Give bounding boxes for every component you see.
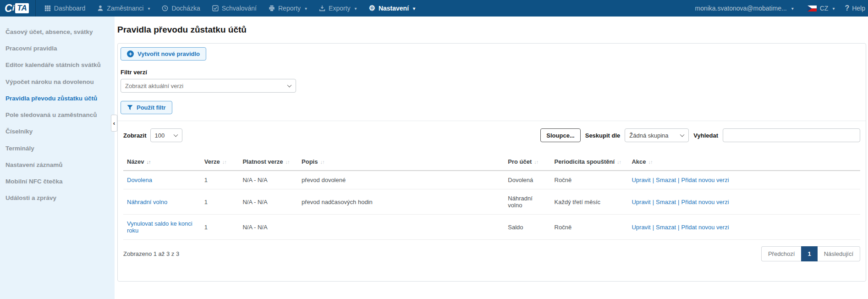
group-by-select-wrap: Žádná skupina (625, 128, 689, 142)
nav-label: Nastavení (379, 5, 409, 12)
clock-icon (162, 5, 168, 11)
user-menu[interactable]: monika.svatonova@mobatime... ▾ (688, 5, 800, 12)
sidebar-item-casovy-ucet[interactable]: Časový účet, absence, svátky (0, 24, 115, 40)
action-separator: | (653, 224, 654, 231)
columns-button[interactable]: Sloupce... (540, 128, 580, 142)
cell-periodicita: Ročně (551, 171, 628, 189)
sidebar-item-pravidla-prevodu[interactable]: Pravidla převodu zůstatku účtů (0, 90, 115, 107)
sidebar-collapse-handle[interactable]: ‹ (111, 115, 117, 132)
pagination-next-button[interactable]: Následující (818, 246, 860, 261)
plus-circle-icon: + (127, 50, 134, 57)
column-header-verze[interactable]: Verze↓↑ (201, 154, 239, 171)
column-header-akce[interactable]: Akce↓↑ (628, 154, 860, 171)
nav-item-dochazka[interactable]: Docházka (156, 0, 206, 17)
create-rule-button[interactable]: + Vytvořit nové pravidlo (121, 47, 206, 61)
sort-icon: ↓↑ (147, 159, 151, 165)
action-separator: | (678, 177, 679, 183)
column-header-platnost-verze[interactable]: Platnost verze↓↑ (239, 154, 298, 171)
sort-icon: ↓↑ (222, 159, 226, 165)
sidebar-item-udalosti-zpravy[interactable]: Události a zprávy (0, 190, 115, 206)
column-header-popis[interactable]: Popis↓↑ (298, 154, 504, 171)
delete-link[interactable]: Smazat (656, 199, 676, 205)
column-header-pro-ucet[interactable]: Pro účet↓↑ (504, 154, 550, 171)
nav-label: Dashboard (54, 5, 86, 12)
cell-periodicita: Každý třetí měsíc (551, 189, 628, 215)
sidebar-item-pracovni-pravidla[interactable]: Pracovní pravidla (0, 40, 115, 57)
rule-name-link[interactable]: Dovolena (127, 177, 152, 183)
logo-letter-i: i (12, 4, 15, 13)
caret-down-icon: ▾ (832, 6, 835, 11)
group-by-select[interactable]: Žádná skupina (625, 128, 689, 142)
page-size-select[interactable]: 100 (150, 128, 182, 142)
cell-platnost: N/A - N/A (239, 171, 298, 189)
top-navbar: C i TA Dashboard Zaměstnanci ▾ Docházka (0, 0, 868, 17)
nav-item-exporty[interactable]: Exporty ▾ (313, 0, 363, 17)
sidebar-item-vypocet-naroku[interactable]: Výpočet nároku na dovolenou (0, 74, 115, 90)
help-menu[interactable]: ? Help (842, 4, 868, 12)
sidebar-item-ciselniky[interactable]: Číselníky (0, 123, 115, 140)
nav-item-nastaveni[interactable]: ⚙ Nastavení ▾ (363, 0, 422, 17)
rule-name-link[interactable]: Vynulovat saldo ke konci roku (127, 220, 192, 234)
page-size-select-wrap: 100 (150, 128, 182, 142)
sidebar-item-nastaveni-zaznamu[interactable]: Nastavení záznamů (0, 157, 115, 173)
gear-icon: ⚙ (369, 5, 375, 12)
search-input[interactable] (723, 128, 860, 142)
language-code: CZ (820, 5, 829, 12)
main-content: ‹ Pravidla převodu zůstatku účtů + Vytvo… (115, 17, 868, 299)
edit-link[interactable]: Upravit (632, 199, 650, 205)
apply-filter-button[interactable]: Použít filtr (121, 101, 172, 114)
rule-name-link[interactable]: Náhradní volno (127, 199, 167, 205)
delete-link[interactable]: Smazat (656, 177, 676, 183)
nav-item-schvalovani[interactable]: Schvalování (206, 0, 263, 17)
caret-down-icon: ▾ (305, 6, 307, 11)
settings-sidebar: Časový účet, absence, svátky Pracovní pr… (0, 17, 115, 299)
user-icon (97, 5, 104, 11)
action-separator: | (653, 199, 654, 205)
cell-popis: převod dovolené (298, 171, 504, 189)
add-version-link[interactable]: Přidat novou verzi (681, 199, 729, 205)
group-by-label: Seskupit dle (585, 132, 621, 139)
nav-label: Reporty (278, 5, 301, 12)
delete-link[interactable]: Smazat (656, 224, 676, 231)
question-icon: ? (845, 4, 849, 12)
sort-icon: ↓↑ (534, 159, 538, 165)
pagination-prev-button[interactable]: Předchozí (761, 246, 802, 261)
sidebar-item-terminaly[interactable]: Terminály (0, 140, 115, 157)
column-header-nazev[interactable]: Název↓↑ (123, 154, 201, 171)
nav-item-reporty[interactable]: Reporty ▾ (263, 0, 313, 17)
add-version-link[interactable]: Přidat novou verzi (681, 177, 729, 183)
sidebar-item-mobilni-nfc[interactable]: Mobilní NFC čtečka (0, 173, 115, 190)
language-menu[interactable]: CZ ▾ (802, 5, 841, 12)
column-header-periodicita[interactable]: Periodicita spouštění↓↑ (551, 154, 628, 171)
nav-label: Schvalování (222, 5, 257, 12)
cell-popis (298, 215, 504, 240)
table-row: Náhradní volno 1 N/A - N/A převod nadčas… (123, 189, 860, 215)
grid-icon (44, 5, 51, 11)
nav-item-zamestnanci[interactable]: Zaměstnanci ▾ (91, 0, 156, 17)
cell-verze: 1 (201, 171, 239, 189)
cell-akce: Upravit|Smazat|Přidat novou verzi (628, 215, 860, 240)
version-filter-select[interactable]: Zobrazit aktuální verzi (121, 79, 296, 93)
page-title: Pravidla převodu zůstatku účtů (117, 25, 866, 35)
check-square-icon (212, 5, 219, 11)
table-footer: Zobrazeno 1 až 3 z 3 Předchozí 1 Následu… (123, 242, 860, 267)
search-label: Vyhledat (693, 132, 718, 139)
help-label: Help (852, 5, 865, 12)
pagination-page-1-button[interactable]: 1 (801, 246, 817, 261)
action-separator: | (653, 177, 654, 183)
sidebar-item-editor-kalendare[interactable]: Editor kalendáře státních svátků (0, 57, 115, 73)
version-filter-select-wrap: Zobrazit aktuální verzi (121, 79, 296, 93)
sidebar-item-pole-sledovana[interactable]: Pole sledovaná u zaměstnanců (0, 107, 115, 123)
action-separator: | (678, 199, 679, 205)
cell-verze: 1 (201, 215, 239, 240)
rules-table: Název↓↑ Verze↓↑ Platnost verze↓↑ Popis↓↑… (123, 154, 860, 240)
edit-link[interactable]: Upravit (632, 224, 650, 231)
nav-label: Docházka (171, 5, 200, 12)
caret-down-icon: ▾ (413, 6, 415, 11)
nav-item-dashboard[interactable]: Dashboard (38, 0, 92, 17)
add-version-link[interactable]: Přidat novou verzi (681, 224, 729, 231)
export-icon (319, 5, 325, 11)
table-header-row: Název↓↑ Verze↓↑ Platnost verze↓↑ Popis↓↑… (123, 154, 860, 171)
edit-link[interactable]: Upravit (632, 177, 650, 183)
app-logo[interactable]: C i TA (0, 0, 36, 17)
